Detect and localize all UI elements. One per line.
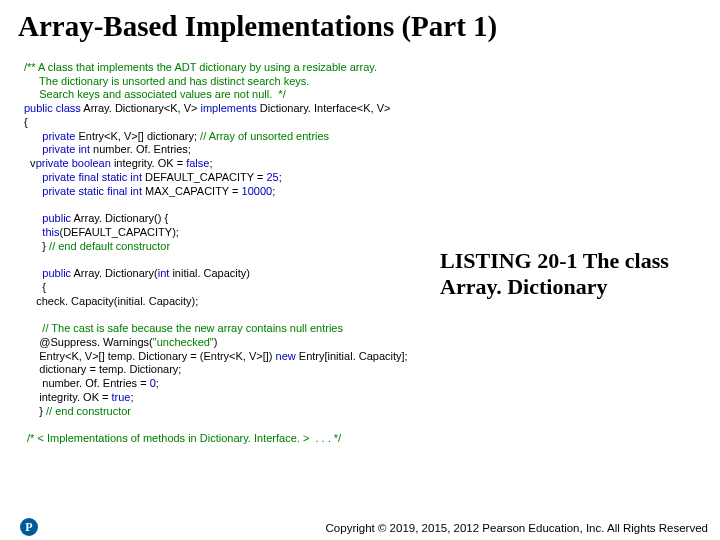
listing-caption-line2: Array. Dictionary [440, 274, 700, 300]
code-line: public class Array. Dictionary<K, V> imp… [24, 102, 390, 114]
comment-line: The dictionary is unsorted and has disti… [24, 75, 309, 87]
code-line: dictionary = temp. Dictionary; [24, 363, 181, 375]
listing-caption: LISTING 20-1 The class Array. Dictionary [440, 248, 700, 301]
code-line: } // end constructor [24, 405, 131, 417]
code-line: integrity. OK = true; [24, 391, 134, 403]
comment-line: // The cast is safe because the new arra… [24, 322, 343, 334]
slide-title: Array-Based Implementations (Part 1) [18, 10, 720, 43]
code-line: public Array. Dictionary() { [24, 212, 168, 224]
code-line: check. Capacity(initial. Capacity); [24, 295, 198, 307]
comment-line: /* < Implementations of methods in Dicti… [24, 432, 341, 444]
listing-caption-line1: LISTING 20-1 The class [440, 248, 700, 274]
comment-line: /** A class that implements the ADT dict… [24, 61, 377, 73]
comment-line: Search keys and associated values are no… [24, 88, 286, 100]
code-line: private Entry<K, V>[] dictionary; // Arr… [24, 130, 329, 142]
code-line: private static final int MAX_CAPACITY = … [24, 185, 275, 197]
code-line: { [24, 281, 46, 293]
copyright-footer: Copyright © 2019, 2015, 2012 Pearson Edu… [326, 522, 708, 534]
pearson-logo-icon: P [20, 518, 38, 536]
code-line: @Suppress. Warnings("unchecked") [24, 336, 217, 348]
code-line: Entry<K, V>[] temp. Dictionary = (Entry<… [24, 350, 408, 362]
code-line: private final static int DEFAULT_CAPACIT… [24, 171, 282, 183]
code-listing: /** A class that implements the ADT dict… [24, 47, 720, 446]
code-line: number. Of. Entries = 0; [24, 377, 159, 389]
code-line: this(DEFAULT_CAPACITY); [24, 226, 179, 238]
code-line: public Array. Dictionary(int initial. Ca… [24, 267, 250, 279]
code-line: private int number. Of. Entries; [24, 143, 191, 155]
code-line: vprivate boolean integrity. OK = false; [24, 157, 212, 169]
code-line: } // end default constructor [24, 240, 170, 252]
code-line: { [24, 116, 28, 128]
